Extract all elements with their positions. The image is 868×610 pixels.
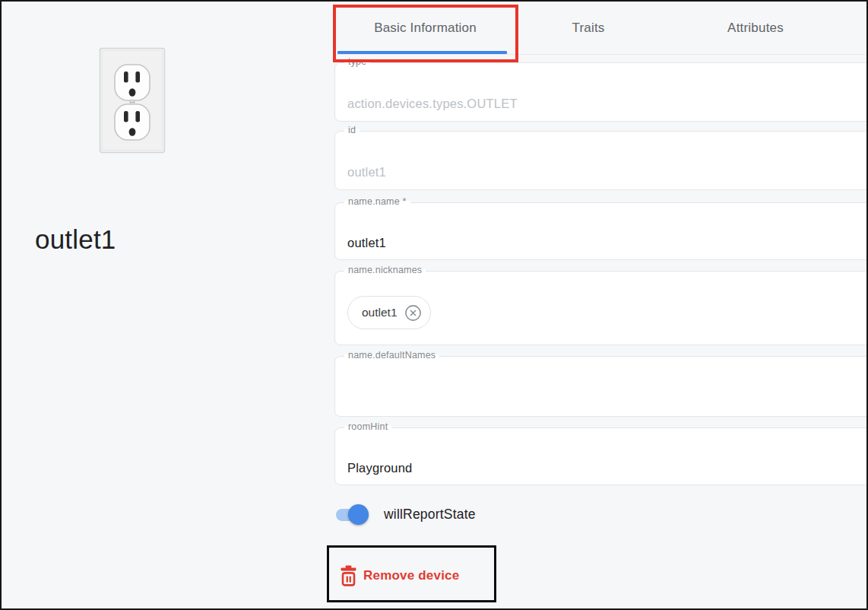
outlet-device-image <box>99 47 166 154</box>
name-name-field: name.name * <box>334 202 868 260</box>
remove-device-label: Remove device <box>363 568 459 583</box>
page-title: outlet1 <box>35 224 116 255</box>
remove-device-button[interactable]: Remove device <box>341 565 459 586</box>
type-field: type <box>334 62 868 122</box>
toggle-thumb <box>348 504 369 525</box>
name-nicknames-field[interactable]: name.nicknames outlet1 <box>334 271 868 345</box>
id-input <box>335 132 868 189</box>
nickname-chip-label: outlet1 <box>362 306 398 319</box>
tab-traits-label: Traits <box>572 21 604 36</box>
will-report-state-toggle[interactable] <box>336 507 366 523</box>
room-hint-input[interactable] <box>335 428 868 485</box>
name-nicknames-field-label: name.nicknames <box>344 265 426 275</box>
id-field: id <box>334 131 868 190</box>
basic-information-form: type id name.name * name.nicknames outle… <box>334 62 868 485</box>
type-input <box>335 63 868 121</box>
will-report-state-label: willReportState <box>384 507 476 523</box>
tab-basic-information[interactable]: Basic Information <box>334 2 516 54</box>
active-tab-indicator <box>337 51 507 54</box>
room-hint-field: roomHint <box>334 427 868 485</box>
device-editor-screen: outlet1 Basic Information Traits Attribu… <box>0 0 868 610</box>
nickname-chip: outlet1 <box>347 296 431 329</box>
trash-icon <box>341 565 356 586</box>
tab-attributes[interactable]: Attributes <box>661 2 851 54</box>
tab-attributes-label: Attributes <box>727 21 784 36</box>
tab-bar: Basic Information Traits Attributes <box>334 2 868 55</box>
will-report-state-row: willReportState <box>336 504 476 525</box>
tab-basic-information-label: Basic Information <box>374 21 477 36</box>
name-default-names-input[interactable] <box>335 357 868 416</box>
name-name-input[interactable] <box>335 203 868 259</box>
name-default-names-field: name.defaultNames <box>334 356 868 417</box>
tab-traits[interactable]: Traits <box>516 2 661 54</box>
chip-remove-icon[interactable] <box>404 304 422 322</box>
